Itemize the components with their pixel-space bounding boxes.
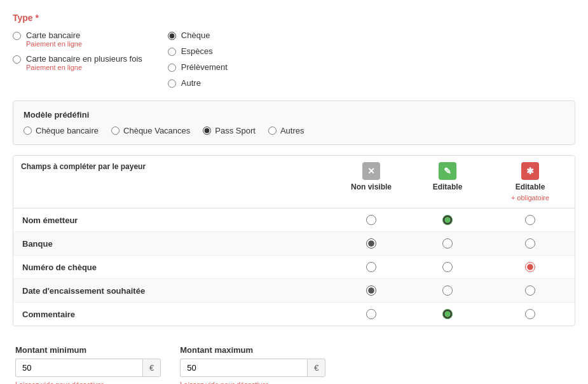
row-obligatoire-nom-emetteur[interactable] <box>486 209 575 231</box>
montant-max-hint: Laissez vide pour désactiver <box>180 381 325 384</box>
type-label-prelevement: Prélèvement <box>181 62 228 72</box>
radio-editable-numero-cheque[interactable] <box>442 262 453 272</box>
header-editable: ✎ Editable <box>409 156 486 208</box>
radio-non-visible-date-encaissement[interactable] <box>366 285 376 296</box>
row-obligatoire-numero-cheque[interactable] <box>486 256 575 278</box>
radio-obligatoire-banque[interactable] <box>525 238 535 249</box>
row-editable-date-encaissement[interactable] <box>409 279 486 302</box>
editable-obligatoire-label: Editable <box>516 182 545 191</box>
type-option-cheque[interactable]: Chèque <box>168 31 228 40</box>
type-radio-especes[interactable] <box>168 48 176 56</box>
row-non-visible-nom-emetteur[interactable] <box>333 209 409 231</box>
type-col-right: Chèque Espèces Prélèvement Autre <box>168 31 228 88</box>
montant-max-label: Montant maximum <box>180 345 325 355</box>
modele-options: Chèque bancaire Chèque Vacances Pass Spo… <box>24 126 564 135</box>
type-label-carte-bancaire: Carte bancaire <box>26 31 82 40</box>
type-label-cheque: Chèque <box>181 31 210 40</box>
table-row: Numéro de chèque <box>13 256 575 279</box>
editable-icon: ✎ <box>439 162 456 180</box>
row-non-visible-commentaire[interactable] <box>333 303 409 326</box>
type-radio-carte-bancaire[interactable] <box>13 32 21 40</box>
radio-non-visible-nom-emetteur[interactable] <box>366 215 376 225</box>
row-obligatoire-date-encaissement[interactable] <box>486 279 575 302</box>
radio-editable-commentaire[interactable] <box>442 309 453 319</box>
montant-max-group: Montant maximum € Laissez vide pour désa… <box>180 345 325 384</box>
row-label-commentaire: Commentaire <box>13 303 333 326</box>
type-option-carte-bancaire[interactable]: Carte bancaire Paiement en ligne <box>13 31 142 48</box>
header-champs: Champs à compléter par le payeur <box>13 156 333 208</box>
table-row: Nom émetteur <box>13 209 575 232</box>
montant-min-input-row: € <box>15 359 161 377</box>
type-option-autre[interactable]: Autre <box>168 78 228 88</box>
montant-min-label: Montant minimum <box>15 345 161 355</box>
row-editable-numero-cheque[interactable] <box>409 256 486 278</box>
modele-radio-cheque-vacances[interactable] <box>111 127 120 135</box>
montant-min-input[interactable] <box>15 359 142 377</box>
radio-non-visible-commentaire[interactable] <box>366 309 376 319</box>
row-non-visible-numero-cheque[interactable] <box>333 256 409 278</box>
radio-editable-banque[interactable] <box>442 238 453 249</box>
row-non-visible-date-encaissement[interactable] <box>333 279 409 302</box>
montant-section: Montant minimum € Laissez vide pour désa… <box>13 339 575 384</box>
table-row: Banque <box>13 232 575 256</box>
table-row: Date d'encaissement souhaitée <box>13 279 575 303</box>
montant-min-hint: Laissez vide pour désactiver <box>15 381 161 384</box>
modele-radio-cheque-bancaire[interactable] <box>24 127 32 135</box>
radio-non-visible-numero-cheque[interactable] <box>366 262 376 272</box>
table-header: Champs à compléter par le payeur ✕ Non v… <box>13 156 575 209</box>
table-row: Commentaire <box>13 303 575 326</box>
radio-obligatoire-date-encaissement[interactable] <box>525 285 535 296</box>
type-section: Type * Carte bancaire Paiement en ligne … <box>13 13 575 88</box>
modele-option-autres[interactable]: Autres <box>268 126 304 135</box>
row-obligatoire-banque[interactable] <box>486 232 575 255</box>
type-option-carte-bancaire-plusieurs[interactable]: Carte bancaire en plusieurs fois Paiemen… <box>13 54 142 71</box>
type-label-autre: Autre <box>181 78 201 88</box>
editable-obligatoire-icon: ✱ <box>521 162 539 180</box>
editable-label: Editable <box>433 182 463 191</box>
type-col-left: Carte bancaire Paiement en ligne Carte b… <box>13 31 142 88</box>
row-non-visible-banque[interactable] <box>333 232 409 255</box>
row-label-nom-emetteur: Nom émetteur <box>13 209 333 231</box>
modele-section: Modèle prédéfini Chèque bancaire Chèque … <box>13 100 575 145</box>
type-label-carte-bancaire-plusieurs: Carte bancaire en plusieurs fois <box>26 54 142 64</box>
header-non-visible: ✕ Non visible <box>333 156 409 208</box>
row-obligatoire-commentaire[interactable] <box>486 303 575 326</box>
radio-obligatoire-commentaire[interactable] <box>525 309 535 319</box>
type-option-especes[interactable]: Espèces <box>168 46 228 56</box>
type-radio-autre[interactable] <box>168 79 176 88</box>
non-visible-label: Non visible <box>351 182 392 191</box>
modele-label-pass-sport: Pass Sport <box>215 126 256 135</box>
montant-min-group: Montant minimum € Laissez vide pour désa… <box>15 345 161 384</box>
type-options: Carte bancaire Paiement en ligne Carte b… <box>13 31 575 88</box>
row-label-date-encaissement: Date d'encaissement souhaitée <box>13 280 333 302</box>
type-radio-carte-bancaire-plusieurs[interactable] <box>13 55 21 64</box>
modele-radio-pass-sport[interactable] <box>203 127 211 135</box>
radio-editable-date-encaissement[interactable] <box>442 285 453 296</box>
row-editable-nom-emetteur[interactable] <box>409 209 486 231</box>
row-editable-commentaire[interactable] <box>409 303 486 326</box>
editable-obligatoire-sublabel: + obligatoire <box>511 194 549 202</box>
modele-option-cheque-bancaire[interactable]: Chèque bancaire <box>24 126 99 135</box>
type-radio-cheque[interactable] <box>168 32 176 40</box>
type-radio-prelevement[interactable] <box>168 64 176 72</box>
modele-label-cheque-vacances: Chèque Vacances <box>123 126 190 135</box>
header-editable-obligatoire: ✱ Editable + obligatoire <box>486 156 575 208</box>
modele-label-cheque-bancaire: Chèque bancaire <box>36 126 99 135</box>
type-option-prelevement[interactable]: Prélèvement <box>168 62 228 72</box>
row-label-numero-cheque: Numéro de chèque <box>13 256 333 278</box>
modele-title: Modèle prédéfini <box>24 110 564 120</box>
modele-radio-autres[interactable] <box>268 127 277 135</box>
radio-obligatoire-nom-emetteur[interactable] <box>525 215 535 225</box>
modele-option-cheque-vacances[interactable]: Chèque Vacances <box>111 126 190 135</box>
type-title: Type * <box>13 13 575 23</box>
radio-obligatoire-numero-cheque[interactable] <box>525 262 535 272</box>
montant-max-input[interactable] <box>180 359 307 377</box>
row-editable-banque[interactable] <box>409 232 486 255</box>
type-label-especes: Espèces <box>181 46 213 56</box>
radio-non-visible-banque[interactable] <box>366 238 376 249</box>
champs-table: Champs à compléter par le payeur ✕ Non v… <box>13 155 575 326</box>
modele-option-pass-sport[interactable]: Pass Sport <box>203 126 256 135</box>
type-sublabel-carte-bancaire: Paiement en ligne <box>26 40 82 48</box>
radio-editable-nom-emetteur[interactable] <box>442 215 453 225</box>
montant-max-input-row: € <box>180 359 325 377</box>
